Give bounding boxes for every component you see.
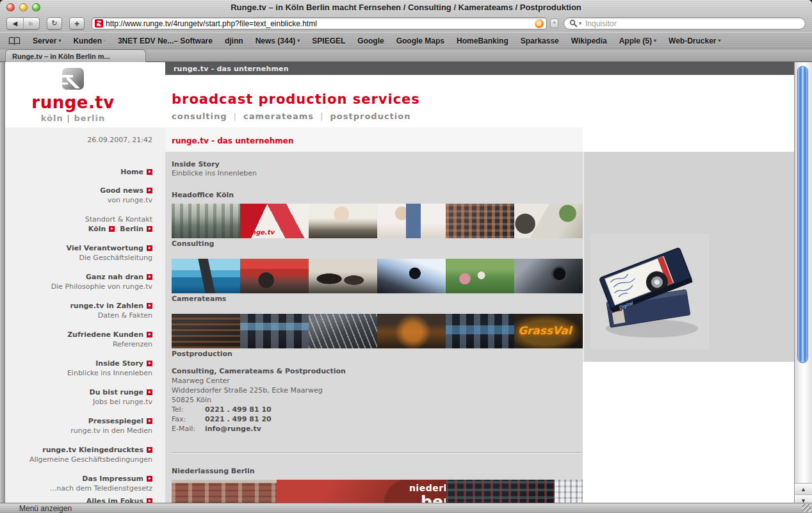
photo-berlin-interior: niederlassung berlin |	[277, 480, 446, 503]
sidebar-item-verantwortung: Viel Verantwortung Die Geschäftsleitung	[5, 243, 152, 263]
nav-camerateams[interactable]: camerateams	[243, 111, 314, 121]
sidebar-item-home: Home	[5, 167, 152, 177]
photo-tape-deck	[377, 314, 446, 348]
search-placeholder[interactable]: Inquisitor	[585, 19, 617, 28]
back-button[interactable]: ◀	[7, 18, 24, 29]
photo-staff-portrait	[309, 204, 377, 238]
bookmark-item-google[interactable]: Google	[357, 37, 384, 45]
sidebar-item-alles-im-fokus: Alles im Fokus	[5, 496, 152, 503]
photo-strip-berlin: niederlassung berlin |	[172, 480, 583, 503]
tab-runge[interactable]: Runge.tv – in Köln Berlin m...	[5, 49, 146, 62]
photo-strip-consulting	[172, 259, 583, 293]
email-row: E-Mail:info@runge.tv	[172, 424, 583, 434]
url-text[interactable]: http://www.runge.tv/4rungetv/start.php?f…	[106, 19, 535, 28]
address-title: Consulting, Camerateams & Postproduction	[172, 366, 583, 376]
status-text: Menü anzeigen	[19, 504, 72, 513]
add-bookmark-button[interactable]: +	[69, 17, 85, 29]
photo-runge-logo-wall: runge.tv	[240, 204, 309, 238]
reload-button[interactable]: ↻	[47, 17, 62, 29]
logo-cities: köln | berlin	[5, 113, 141, 123]
photo-strip-postproduction: GrassVal	[172, 314, 583, 348]
title-bar[interactable]: Runge.tv – in Köln Berlin macht Fernsehe…	[0, 0, 812, 15]
bookmark-item-sparkasse[interactable]: Sparkasse	[521, 37, 559, 45]
collapse-button[interactable]: ^	[550, 19, 558, 28]
red-arrow-icon	[147, 498, 152, 503]
address-block: Consulting, Camerateams & Postproduction…	[172, 366, 583, 434]
sidebar-item-impressum: Das Impressum ...nach dem Teledienstgese…	[5, 474, 152, 493]
red-arrow-icon	[109, 226, 115, 232]
site-headline: broadcast production services	[172, 92, 794, 107]
gallery-label-camerateams: Camerateams	[172, 295, 583, 304]
sidebar-nav: 26.09.2007, 21:42 Home Good news von run…	[5, 127, 165, 503]
nav-postproduction[interactable]: postproduction	[330, 111, 410, 121]
bookmark-item-kunden[interactable]: Kunden▫	[73, 37, 106, 45]
nav-separator: |	[234, 111, 237, 121]
red-arrow-icon	[147, 169, 152, 175]
bookmark-item-server[interactable]: Server▾	[33, 37, 61, 45]
bookmark-item-spiegel[interactable]: SPIEGEL	[312, 37, 345, 45]
bookmark-item-wikipedia[interactable]: Wikipedia	[571, 37, 607, 45]
address-line: Widdersdorfer Straße 225b, Ecke Maarweg	[172, 386, 583, 395]
scrollbar[interactable]: ▲ ▼	[794, 62, 812, 506]
main-content: runge.tv - das unternehmen Inside Story …	[165, 127, 583, 503]
zoom-button[interactable]	[32, 3, 40, 12]
window-left-edge	[0, 62, 5, 503]
snapback-icon[interactable]: ↺	[535, 19, 544, 28]
red-arrow-icon	[147, 447, 152, 453]
bookmark-item-web-drucker[interactable]: Web-Drucker▾	[669, 37, 720, 45]
runge-logo-emblem	[60, 67, 86, 90]
minimize-button[interactable]	[19, 3, 28, 12]
red-arrow-icon	[147, 226, 152, 232]
photo-press-event	[240, 259, 309, 293]
search-icon	[569, 19, 578, 28]
bookmarks-book-icon[interactable]	[8, 37, 20, 45]
photo-street-filming	[309, 259, 377, 293]
phone-row: Tel:0221 . 499 81 10	[172, 405, 583, 414]
red-arrow-icon	[147, 274, 152, 280]
scrollbar-thumb[interactable]	[797, 66, 808, 363]
nav-separator: |	[320, 111, 323, 121]
bookmark-item-google-maps[interactable]: Google Maps	[396, 37, 444, 45]
gallery-label-consulting: Consulting	[172, 240, 583, 248]
content-box: Inside Story Einblicke ins Innenleben He…	[165, 152, 583, 503]
address-bar[interactable]: http://www.runge.tv/4rungetv/start.php?f…	[92, 17, 547, 29]
bookmark-item-news[interactable]: News (344)▾	[256, 37, 300, 45]
divider	[172, 452, 581, 453]
fax-number: 0221 . 499 81 20	[205, 415, 272, 423]
nav-consulting[interactable]: consulting	[172, 111, 227, 121]
bookmarks-bar: Server▾ Kunden▫ 3NET EDV Ne...– Software…	[0, 32, 812, 49]
bookmark-item-apple[interactable]: Apple (5)▾	[619, 37, 656, 45]
chevron-down-icon: ▾	[58, 38, 61, 44]
forward-button[interactable]: ▶	[24, 18, 40, 29]
sidebar-link-berlin[interactable]: Berlin	[120, 225, 152, 233]
photo-monitor-wall	[446, 314, 514, 348]
site-logo[interactable]: runge.tv köln | berlin	[5, 62, 141, 127]
browser-toolbar: ◀ ▶ ↻ + http://www.runge.tv/4rungetv/sta…	[0, 15, 812, 32]
close-button[interactable]	[6, 3, 15, 12]
logo-wordmark[interactable]: runge.tv	[5, 94, 141, 111]
search-field[interactable]: ▾ Inquisitor	[564, 17, 806, 29]
sidebar-item-pressespiegel: Pressespiegel runge.tv in den Medien	[5, 416, 152, 436]
bookmark-item-3net[interactable]: 3NET EDV Ne...– Software	[118, 37, 213, 45]
webpage-viewport: runge.tv - das unternehmen runge.tv köln…	[5, 62, 794, 503]
bookmark-item-djinn[interactable]: djinn	[225, 37, 243, 45]
photo-logo-text: runge.tv	[243, 229, 274, 236]
folder-marker-icon: ▫	[104, 38, 106, 44]
gallery-label-headoffice: Headoffice Köln	[172, 191, 583, 200]
betacam-tape-image: Digital	[590, 234, 709, 349]
photo-mixer-desk	[172, 314, 240, 348]
scroll-up-icon[interactable]: ▲	[795, 484, 812, 495]
bookmark-item-homebanking[interactable]: HomeBanking	[457, 37, 508, 45]
photo-berlin-console	[446, 480, 554, 503]
resize-grip[interactable]	[794, 503, 812, 513]
photo-berlin-keypad	[555, 480, 583, 503]
sidebar-link-koeln[interactable]: Köln	[88, 225, 115, 233]
photo-outdoor-crew	[446, 259, 514, 293]
address-line: 50825 Köln	[172, 395, 583, 405]
red-arrow-icon	[147, 332, 152, 338]
intro-subtitle: Einblicke ins Innenleben	[172, 169, 583, 178]
email-link[interactable]: info@runge.tv	[205, 425, 261, 433]
photo-grassvalley-sign: GrassVal	[514, 314, 583, 348]
search-dropdown-icon[interactable]: ▾	[579, 20, 581, 26]
red-arrow-icon	[147, 303, 152, 309]
